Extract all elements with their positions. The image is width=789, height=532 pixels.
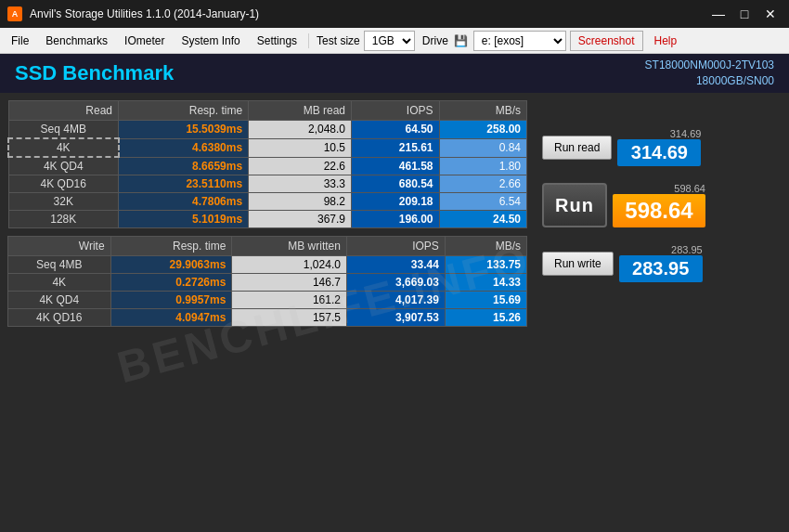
mb-cell: 2,048.0 (249, 121, 352, 139)
run-button[interactable]: Run (542, 183, 607, 227)
iops-header-r: IOPS (352, 101, 439, 121)
drive-icon: 💾 (454, 34, 468, 47)
resp-cell: 4.7806ms (119, 193, 249, 211)
drive-info-line2: 18000GB/SN00 (645, 73, 774, 89)
write-score-mini: 283.95 (671, 244, 703, 255)
test-size-label: Test size (317, 34, 360, 47)
big-score-mini: 598.64 (674, 183, 705, 194)
iops-cell: 64.50 (352, 121, 439, 139)
mbs-cell: 133.75 (445, 256, 526, 274)
row-label: 4K (8, 274, 111, 292)
iops-cell: 3,669.03 (346, 274, 445, 292)
drive-label: Drive (422, 34, 448, 47)
resp-cell: 0.9957ms (110, 292, 232, 309)
test-size-select[interactable]: 1GB (364, 31, 415, 51)
iops-cell: 215.61 (352, 138, 439, 157)
run-write-section: Run write 283.95 283.95 (542, 244, 782, 282)
mb-cell: 22.6 (249, 157, 352, 175)
run-write-button[interactable]: Run write (542, 252, 614, 276)
iops-cell: 680.54 (352, 175, 439, 193)
menu-iometer[interactable]: IOmeter (117, 32, 172, 50)
help-menu[interactable]: Help (647, 32, 685, 50)
mbs-header-w: MB/s (445, 237, 526, 256)
maximize-button[interactable]: □ (733, 5, 756, 23)
mbs-cell: 15.69 (445, 292, 526, 309)
resp-cell: 29.9063ms (110, 256, 232, 274)
close-button[interactable]: ✕ (759, 5, 782, 23)
mbs-cell: 24.50 (439, 211, 527, 228)
read-score-wrapper: 314.69 314.69 (617, 128, 701, 166)
mbs-cell: 6.54 (439, 193, 527, 211)
mb-cell: 146.7 (232, 274, 347, 292)
read-table: Read Resp. time MB read IOPS MB/s Seq 4M… (7, 100, 527, 228)
resp-cell: 8.6659ms (119, 157, 249, 175)
row-label: 4K QD4 (8, 292, 111, 309)
menu-benchmarks[interactable]: Benchmarks (38, 32, 115, 50)
resp-cell: 4.0947ms (110, 309, 232, 327)
mb-cell: 33.3 (249, 175, 352, 193)
iops-cell: 461.58 (352, 157, 439, 175)
resp-cell: 15.5039ms (119, 121, 249, 139)
mbs-cell: 1.80 (439, 157, 527, 175)
minimize-button[interactable]: — (707, 5, 730, 23)
screenshot-button[interactable]: Screenshot (570, 31, 643, 51)
right-panel: Run read 314.69 314.69 Run 598.64 598.64… (535, 93, 789, 532)
toolbar: Test size 1GB Drive 💾 e: [exos] Screensh… (317, 31, 684, 51)
iops-cell: 209.18 (352, 193, 439, 211)
table-row: Seq 4MB 15.5039ms 2,048.0 64.50 258.00 (8, 121, 527, 139)
menu-file[interactable]: File (4, 32, 36, 50)
table-row: 4K QD16 4.0947ms 157.5 3,907.53 15.26 (8, 309, 527, 327)
drive-select[interactable]: e: [exos] (473, 31, 566, 51)
iops-cell: 4,017.39 (346, 292, 445, 309)
mb-written-header: MB written (232, 237, 347, 256)
big-run-section: Run 598.64 598.64 (542, 183, 782, 227)
write-score-wrapper: 283.95 283.95 (619, 244, 703, 282)
menu-settings[interactable]: Settings (250, 32, 304, 50)
window-controls[interactable]: — □ ✕ (707, 5, 782, 23)
table-row: 4K QD4 0.9957ms 161.2 4,017.39 15.69 (8, 292, 527, 309)
main-content: Read Resp. time MB read IOPS MB/s Seq 4M… (0, 93, 789, 532)
ssd-title: SSD Benchmark (15, 61, 174, 85)
drive-info: ST18000NM000J-2TV103 18000GB/SN00 (645, 58, 774, 89)
resp-cell: 5.1019ms (119, 211, 249, 228)
read-score-mini: 314.69 (670, 128, 702, 139)
app-title: Anvil's Storage Utilities 1.1.0 (2014-Ja… (30, 7, 259, 20)
resp-header-w: Resp. time (110, 237, 232, 256)
separator-1 (308, 33, 309, 48)
table-row: Seq 4MB 29.9063ms 1,024.0 33.44 133.75 (8, 256, 527, 274)
mbs-header-r: MB/s (439, 101, 527, 121)
run-read-button[interactable]: Run read (542, 136, 612, 160)
write-table: Write Resp. time MB written IOPS MB/s Se… (7, 236, 527, 327)
mb-cell: 98.2 (249, 193, 352, 211)
mbs-cell: 15.26 (445, 309, 526, 327)
app-icon: A (7, 6, 22, 21)
mbs-cell: 14.33 (445, 274, 526, 292)
table-row: 128K 5.1019ms 367.9 196.00 24.50 (8, 211, 527, 228)
resp-cell: 0.2726ms (110, 274, 232, 292)
run-read-section: Run read 314.69 314.69 (542, 128, 782, 166)
iops-header-w: IOPS (346, 237, 445, 256)
row-label: Seq 4MB (8, 121, 119, 139)
bench-area: Read Resp. time MB read IOPS MB/s Seq 4M… (0, 93, 535, 532)
row-label: 128K (8, 211, 119, 228)
iops-cell: 3,907.53 (346, 309, 445, 327)
row-label: Seq 4MB (8, 256, 111, 274)
resp-cell: 4.6380ms (119, 138, 249, 157)
resp-cell: 23.5110ms (119, 175, 249, 193)
read-header: Read (8, 101, 119, 121)
mb-cell: 10.5 (249, 138, 352, 157)
mbs-cell: 258.00 (439, 121, 527, 139)
mb-cell: 1,024.0 (232, 256, 347, 274)
menu-bar: File Benchmarks IOmeter System Info Sett… (0, 28, 789, 54)
row-label: 32K (8, 193, 119, 211)
mb-cell: 157.5 (232, 309, 347, 327)
row-label: 4K QD4 (8, 157, 119, 175)
mbs-cell: 0.84 (439, 138, 527, 157)
drive-info-line1: ST18000NM000J-2TV103 (645, 58, 774, 73)
ssd-header: SSD Benchmark ST18000NM000J-2TV103 18000… (0, 54, 789, 93)
table-row: 4K 0.2726ms 146.7 3,669.03 14.33 (8, 274, 527, 292)
menu-sysinfo[interactable]: System Info (174, 32, 247, 50)
title-bar: A Anvil's Storage Utilities 1.1.0 (2014-… (0, 0, 789, 28)
table-row: 4K 4.6380ms 10.5 215.61 0.84 (8, 138, 527, 157)
iops-cell: 33.44 (346, 256, 445, 274)
